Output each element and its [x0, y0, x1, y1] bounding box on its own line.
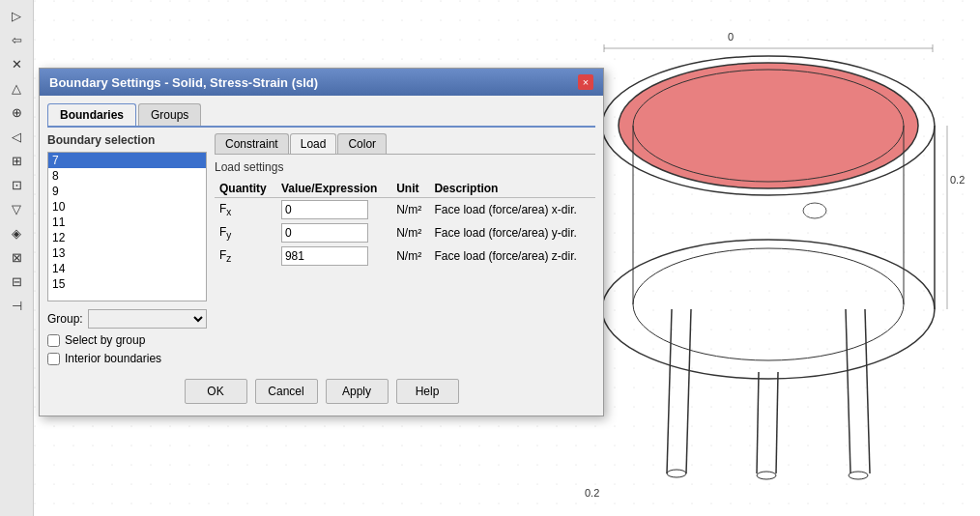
col-header-description: Description [429, 180, 595, 198]
dialog: Boundary Settings - Solid, Stress-Strain… [39, 68, 604, 416]
svg-text:0.2: 0.2 [950, 174, 965, 186]
help-button[interactable]: Help [396, 379, 459, 404]
table-row-fy: Fy N/m² Face load (force/area) y-dir. [215, 221, 595, 244]
apply-button[interactable]: Apply [326, 379, 389, 404]
value-fz[interactable] [276, 244, 391, 268]
right-panel: Constraint Load Color Load settings Quan… [215, 133, 595, 365]
input-fz[interactable] [281, 246, 368, 266]
value-fy[interactable] [276, 221, 391, 244]
main-content: Boundary selection 7 8 9 10 11 12 13 14 … [47, 133, 595, 365]
unit-fx: N/m² [391, 198, 429, 222]
desc-fy: Face load (force/area) y-dir. [429, 221, 595, 244]
interior-boundaries-row: Interior boundaries [47, 352, 207, 365]
tab-groups[interactable]: Groups [138, 103, 201, 126]
toolbar-icon-4[interactable]: △ [6, 77, 27, 99]
load-settings-label: Load settings [215, 160, 595, 174]
interior-boundaries-label: Interior boundaries [65, 352, 161, 365]
dialog-buttons: OK Cancel Apply Help [47, 371, 595, 408]
quantity-fx: Fx [215, 198, 276, 222]
quantity-fy: Fy [215, 221, 276, 244]
svg-text:0: 0 [728, 31, 734, 43]
value-fx[interactable] [276, 198, 391, 222]
input-fx[interactable] [281, 200, 368, 219]
boundary-item-9[interactable]: 9 [48, 184, 206, 199]
col-header-quantity: Quantity [215, 180, 276, 198]
toolbar-icon-12[interactable]: ⊟ [6, 271, 27, 292]
left-toolbar: ▷ ⇦ ✕ △ ⊕ ◁ ⊞ ⊡ ▽ ◈ ⊠ ⊟ ⊣ [0, 0, 34, 516]
unit-fy: N/m² [391, 221, 429, 244]
toolbar-icon-1[interactable]: ▷ [6, 5, 27, 26]
col-header-unit: Unit [391, 180, 429, 198]
sub-tab-color[interactable]: Color [337, 133, 387, 154]
boundary-item-15[interactable]: 15 [48, 276, 206, 292]
toolbar-icon-6[interactable]: ◁ [6, 126, 27, 147]
toolbar-icon-13[interactable]: ⊣ [6, 295, 27, 316]
ok-button[interactable]: OK [185, 379, 247, 404]
svg-point-3 [619, 63, 918, 188]
unit-fz: N/m² [391, 244, 429, 268]
boundary-selection-label: Boundary selection [47, 133, 207, 147]
main-tabs-row: Boundaries Groups [47, 103, 595, 128]
boundary-item-14[interactable]: 14 [48, 261, 206, 276]
load-table: Quantity Value/Expression Unit Descripti… [215, 180, 595, 268]
sub-tabs-row: Constraint Load Color [215, 133, 595, 155]
table-row-fx: Fx N/m² Face load (force/area) x-dir. [215, 198, 595, 222]
select-by-group-label: Select by group [65, 333, 145, 347]
group-label: Group: [47, 312, 83, 326]
boundary-item-11[interactable]: 11 [48, 215, 206, 230]
svg-text:0.2: 0.2 [585, 487, 599, 499]
dialog-close-button[interactable]: × [578, 74, 593, 90]
dialog-titlebar: Boundary Settings - Solid, Stress-Strain… [40, 69, 603, 96]
toolbar-icon-11[interactable]: ⊠ [6, 246, 27, 268]
left-panel: Boundary selection 7 8 9 10 11 12 13 14 … [47, 133, 207, 365]
tab-boundaries[interactable]: Boundaries [47, 103, 136, 126]
boundary-item-10[interactable]: 10 [48, 199, 206, 215]
select-by-group-row: Select by group [47, 333, 207, 347]
dialog-title: Boundary Settings - Solid, Stress-Strain… [49, 75, 318, 90]
input-fy[interactable] [281, 223, 368, 243]
quantity-fz: Fz [215, 244, 276, 268]
boundary-list[interactable]: 7 8 9 10 11 12 13 14 15 [47, 152, 207, 301]
toolbar-icon-10[interactable]: ◈ [6, 222, 27, 244]
toolbar-icon-7[interactable]: ⊞ [6, 150, 27, 171]
sub-tab-load[interactable]: Load [290, 133, 337, 154]
toolbar-icon-9[interactable]: ▽ [6, 198, 27, 219]
table-row-fz: Fz N/m² Face load (force/area) z-dir. [215, 244, 595, 268]
toolbar-icon-3[interactable]: ✕ [6, 53, 27, 74]
interior-boundaries-checkbox[interactable] [47, 353, 60, 365]
boundary-item-13[interactable]: 13 [48, 245, 206, 261]
toolbar-icon-2[interactable]: ⇦ [6, 29, 27, 50]
cancel-button[interactable]: Cancel [255, 379, 318, 404]
select-by-group-checkbox[interactable] [47, 334, 60, 347]
boundary-item-12[interactable]: 12 [48, 230, 206, 245]
col-header-value: Value/Expression [276, 180, 391, 198]
group-row: Group: [47, 309, 207, 329]
toolbar-icon-8[interactable]: ⊡ [6, 174, 27, 195]
desc-fz: Face load (force/area) z-dir. [429, 244, 595, 268]
boundary-item-8[interactable]: 8 [48, 168, 206, 184]
sub-tab-constraint[interactable]: Constraint [215, 133, 289, 154]
desc-fx: Face load (force/area) x-dir. [429, 198, 595, 222]
group-select[interactable] [88, 309, 207, 329]
dialog-body: Boundaries Groups Boundary selection 7 8… [40, 96, 603, 416]
toolbar-icon-5[interactable]: ⊕ [6, 101, 27, 123]
boundary-item-7[interactable]: 7 [48, 153, 206, 168]
